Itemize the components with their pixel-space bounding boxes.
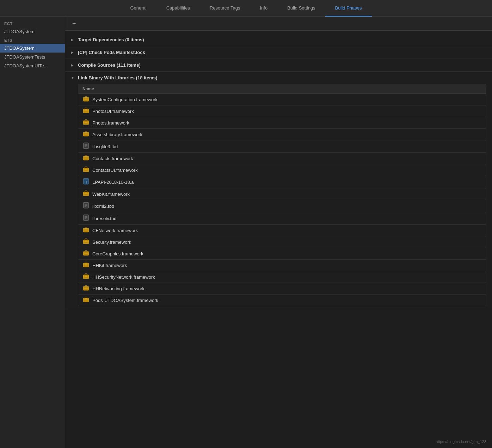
library-row[interactable]: CoreGraphics.framework (78, 248, 486, 260)
library-row[interactable]: ||| LPAPI-2018-10-18.a (78, 176, 486, 188)
library-row[interactable]: HHNetworking.framework (78, 283, 486, 295)
chevron-compile-sources: ▶ (71, 63, 75, 67)
library-icon (82, 167, 90, 174)
main-layout: ECT JTDOASystem ETS JTDOASystem JTDOASys… (0, 17, 492, 448)
sidebar-item-jtdoa-tests[interactable]: JTDOASystemTests (0, 53, 65, 61)
phase-check-pods-header[interactable]: ▶ [CP] Check Pods Manifest.lock (65, 46, 492, 59)
svg-rect-7 (86, 110, 87, 111)
targets-section-header: ETS (0, 36, 65, 44)
library-row[interactable]: libxml2.tbd (78, 200, 486, 212)
phase-check-pods-title: [CP] Check Pods Manifest.lock (78, 50, 145, 55)
tab-general[interactable]: General (120, 0, 156, 17)
library-name: PhotosUI.framework (92, 109, 134, 114)
sidebar: ECT JTDOASystem ETS JTDOASystem JTDOASys… (0, 17, 65, 448)
library-name: ContactsUI.framework (92, 168, 138, 173)
library-row[interactable]: Security.framework (78, 236, 486, 248)
library-icon (82, 155, 90, 162)
tab-build-settings[interactable]: Build Settings (277, 0, 325, 17)
tab-info[interactable]: Info (250, 0, 277, 17)
library-icon (82, 285, 90, 292)
phase-compile-sources: ▶ Compile Sources (111 items) (65, 59, 492, 72)
phase-link-binary: ▼ Link Binary With Libraries (18 items) … (65, 72, 492, 309)
phase-compile-sources-header[interactable]: ▶ Compile Sources (111 items) (65, 59, 492, 71)
library-icon (82, 119, 90, 126)
svg-rect-23 (86, 158, 87, 159)
library-row[interactable]: Pods_JTDOASystem.framework (78, 295, 486, 306)
library-icon (82, 143, 90, 150)
library-name: SystemConfiguration.framework (92, 97, 158, 102)
sidebar-item-jtdoa-target[interactable]: JTDOASystem (0, 44, 65, 53)
library-row[interactable]: Photos.framework (78, 117, 486, 129)
project-section-header: ECT (0, 19, 65, 27)
svg-text:|||: ||| (84, 181, 89, 184)
svg-rect-3 (86, 99, 87, 100)
library-row[interactable]: PhotosUI.framework (78, 105, 486, 117)
tab-build-phases[interactable]: Build Phases (325, 0, 372, 17)
svg-rect-15 (86, 134, 87, 135)
chevron-target-dependencies: ▶ (71, 38, 75, 42)
library-row[interactable]: WebKit.framework (78, 188, 486, 200)
library-name: CoreGraphics.framework (92, 251, 143, 256)
library-name: HHSecurityNetwork.framework (92, 274, 155, 280)
library-row[interactable]: AssetsLibrary.framework (78, 129, 486, 140)
sidebar-item-jtdoa-uitests[interactable]: JTDOASystemUITe... (0, 61, 65, 70)
phase-target-dependencies-title: Target Dependencies (0 items) (78, 37, 144, 42)
table-header-name: Name (78, 84, 486, 94)
phase-list: ▶ Target Dependencies (0 items) ▶ [CP] C… (65, 31, 492, 312)
library-name: HHNetworking.framework (92, 286, 144, 291)
library-icon (82, 297, 90, 304)
phase-compile-sources-title: Compile Sources (111 items) (78, 62, 141, 68)
phase-link-binary-header[interactable]: ▼ Link Binary With Libraries (18 items) (65, 72, 492, 84)
svg-rect-34 (86, 193, 87, 194)
svg-rect-11 (86, 122, 87, 123)
svg-rect-27 (86, 169, 87, 170)
library-name: CFNetwork.framework (92, 228, 138, 233)
library-row[interactable]: HHSecurityNetwork.framework (78, 271, 486, 283)
library-icon (82, 250, 90, 257)
library-name: AssetsLibrary.framework (92, 132, 142, 137)
tab-capabilities[interactable]: Capabilities (156, 0, 200, 17)
library-icon (82, 190, 90, 198)
add-phase-button[interactable]: + (71, 20, 78, 27)
library-row[interactable]: CFNetwork.framework (78, 225, 486, 236)
svg-rect-66 (86, 288, 87, 289)
library-row[interactable]: HHKit.framework (78, 260, 486, 271)
library-name: WebKit.framework (92, 192, 130, 197)
tab-resource-tags[interactable]: Resource Tags (200, 0, 250, 17)
library-row[interactable]: SystemConfiguration.framework (78, 94, 486, 105)
library-name: libsqlite3.tbd (92, 144, 118, 149)
library-icon (82, 238, 90, 246)
sidebar-item-jtdoa-project[interactable]: JTDOASystem (0, 27, 65, 36)
library-name: Photos.framework (92, 120, 129, 126)
library-icon: ||| (82, 178, 90, 186)
library-table: Name SystemConfiguration.framework Photo… (78, 84, 486, 306)
phase-target-dependencies-header[interactable]: ▶ Target Dependencies (0 items) (65, 34, 492, 46)
phase-check-pods: ▶ [CP] Check Pods Manifest.lock (65, 46, 492, 59)
library-name: Pods_JTDOASystem.framework (92, 298, 158, 303)
library-row[interactable]: libsqlite3.tbd (78, 140, 486, 153)
library-name: libxml2.tbd (92, 204, 114, 209)
svg-rect-50 (86, 241, 87, 242)
tab-bar: General Capabilities Resource Tags Info … (0, 0, 492, 17)
svg-rect-62 (86, 276, 87, 277)
library-name: Security.framework (92, 240, 131, 245)
library-icon (82, 202, 90, 210)
library-row[interactable]: Contacts.framework (78, 153, 486, 164)
library-icon (82, 96, 90, 103)
phase-link-binary-title: Link Binary With Libraries (18 items) (78, 75, 157, 80)
phase-target-dependencies: ▶ Target Dependencies (0 items) (65, 34, 492, 46)
library-icon (82, 214, 90, 222)
library-name: HHKit.framework (92, 263, 127, 268)
svg-rect-58 (86, 265, 87, 266)
library-row[interactable]: libresolv.tbd (78, 212, 486, 225)
library-icon (82, 262, 90, 269)
content-area: + ▶ Target Dependencies (0 items) ▶ [CP]… (65, 17, 492, 448)
library-icon (82, 108, 90, 115)
chevron-check-pods: ▶ (71, 50, 75, 54)
library-icon (82, 273, 90, 280)
toolbar: + (65, 17, 492, 31)
chevron-link-binary: ▼ (71, 76, 75, 80)
watermark: https://blog.csdn.net/gjm_123 (436, 440, 486, 444)
library-row[interactable]: ContactsUI.framework (78, 164, 486, 176)
library-name: libresolv.tbd (92, 216, 116, 221)
